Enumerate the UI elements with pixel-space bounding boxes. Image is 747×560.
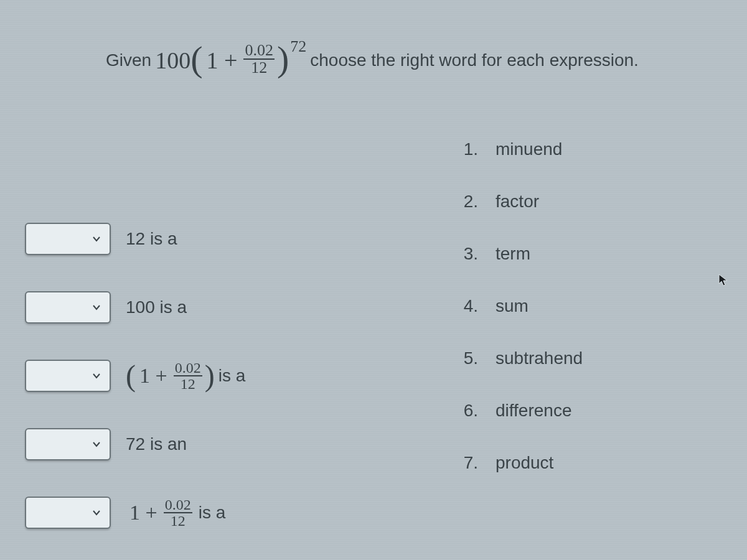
fraction: 0.02 12 — [243, 42, 275, 76]
word-text: minuend — [496, 139, 562, 159]
open-paren: ( — [190, 45, 202, 73]
fraction-denominator: 12 — [250, 60, 268, 76]
fraction-denominator: 12 — [179, 376, 197, 391]
word-2: 2. factor — [461, 192, 583, 212]
match-label-4: 72 is an — [126, 434, 187, 454]
word-bank: 1. minuend 2. factor 3. term 4. sum 5. s… — [461, 139, 583, 560]
one-plus: 1 + — [206, 47, 237, 74]
chevron-down-icon — [92, 440, 101, 449]
match-label-2: 100 is a — [126, 297, 187, 317]
fraction-numerator: 0.02 — [174, 360, 202, 376]
fraction: 0.02 12 — [174, 360, 202, 391]
dropdown-1[interactable] — [25, 223, 111, 255]
cursor-icon — [718, 274, 728, 287]
dropdown-4[interactable] — [25, 428, 111, 460]
chevron-down-icon — [92, 235, 101, 243]
tail-3: is a — [218, 366, 246, 386]
match-label-3: ( 1 + 0.02 12 ) is a — [126, 360, 245, 391]
tail-5: is a — [199, 503, 226, 523]
question-prompt: Given 100 ( 1 + 0.02 12 ) 72 choose the … — [25, 44, 722, 77]
matching-column: 12 is a 100 is a ( — [25, 139, 423, 560]
word-number: 4. — [461, 296, 478, 316]
coefficient: 100 — [155, 47, 190, 74]
word-number: 6. — [461, 401, 478, 421]
dropdown-3[interactable] — [25, 360, 111, 392]
match-label-5: 1 + 0.02 12 is a — [126, 497, 225, 528]
prompt-prefix: Given — [106, 50, 151, 70]
word-text: factor — [496, 192, 539, 212]
one-plus: 1 + — [129, 501, 157, 525]
word-number: 3. — [461, 244, 478, 264]
dropdown-5[interactable] — [25, 497, 111, 529]
match-row-1: 12 is a — [25, 220, 423, 258]
word-number: 1. — [461, 139, 478, 159]
chevron-down-icon — [92, 371, 101, 380]
word-4: 4. sum — [461, 296, 583, 316]
expr-3: ( 1 + 0.02 12 ) — [126, 360, 215, 391]
body: 12 is a 100 is a ( — [25, 139, 722, 560]
match-row-4: 72 is an — [25, 426, 423, 463]
fraction-numerator: 0.02 — [243, 42, 275, 60]
word-number: 5. — [461, 348, 478, 368]
match-row-3: ( 1 + 0.02 12 ) is a — [25, 357, 423, 394]
word-text: subtrahend — [496, 348, 583, 368]
word-number: 2. — [461, 192, 478, 212]
one-plus: 1 + — [139, 364, 167, 388]
match-label-1: 12 is a — [126, 229, 177, 249]
word-text: product — [496, 453, 553, 473]
word-number: 7. — [461, 453, 478, 473]
close-paren: ) — [205, 364, 215, 388]
fraction-numerator: 0.02 — [164, 497, 192, 513]
expr-5: 1 + 0.02 12 — [126, 497, 195, 528]
word-text: sum — [496, 296, 529, 316]
word-1: 1. minuend — [461, 139, 583, 159]
open-paren: ( — [126, 364, 136, 388]
prompt-suffix: choose the right word for each expressio… — [310, 50, 639, 70]
fraction-denominator: 12 — [169, 513, 187, 528]
close-paren: ) — [277, 45, 289, 73]
fraction: 0.02 12 — [164, 497, 192, 528]
match-row-5: 1 + 0.02 12 is a — [25, 494, 423, 531]
word-3: 3. term — [461, 244, 583, 264]
word-7: 7. product — [461, 453, 583, 473]
dropdown-2[interactable] — [25, 291, 111, 324]
word-text: term — [496, 244, 530, 264]
exponent: 72 — [290, 37, 306, 56]
question-container: Given 100 ( 1 + 0.02 12 ) 72 choose the … — [0, 0, 747, 560]
chevron-down-icon — [92, 508, 101, 517]
prompt-expression: 100 ( 1 + 0.02 12 ) 72 — [155, 44, 306, 77]
chevron-down-icon — [92, 303, 101, 312]
word-text: difference — [496, 401, 571, 421]
word-5: 5. subtrahend — [461, 348, 583, 368]
match-row-2: 100 is a — [25, 289, 423, 326]
word-6: 6. difference — [461, 401, 583, 421]
